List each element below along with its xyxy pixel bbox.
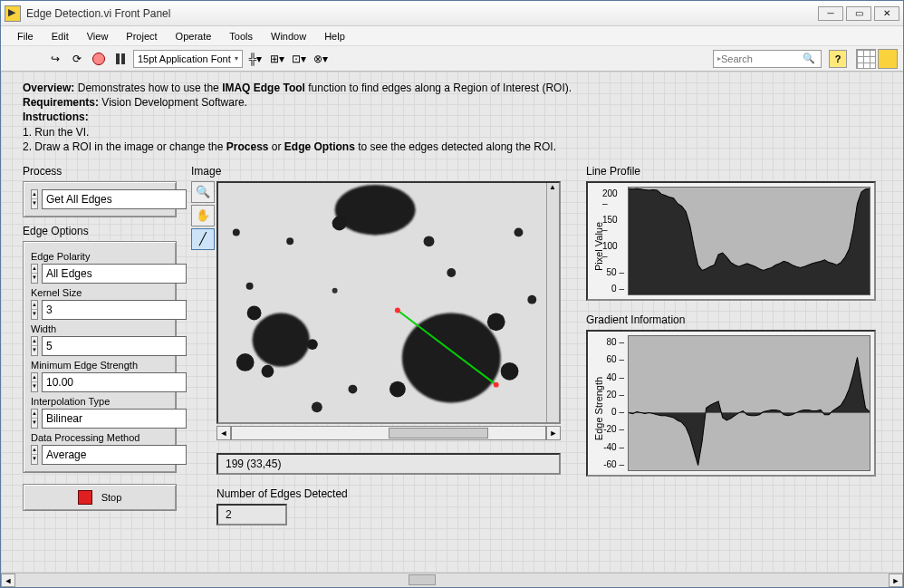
maximize-button[interactable]: ▭ [846,6,871,21]
menu-window[interactable]: Window [262,29,315,43]
interp-input[interactable] [42,409,187,429]
stop-label: Stop [101,492,122,503]
hscroll-left-button[interactable]: ◄ [216,426,231,440]
app-window: Edge Detection.vi Front Panel ─ ▭ ✕ File… [0,0,904,588]
svg-point-25 [494,382,499,388]
reorder-button[interactable]: ⊗▾ [312,50,330,68]
svg-point-6 [501,362,519,381]
resize-button[interactable]: ⊡▾ [290,50,308,68]
search-icon[interactable]: 🔍 [803,53,815,64]
svg-point-17 [515,227,524,236]
menu-project[interactable]: Project [117,29,166,43]
process-spinner[interactable]: ▲▼ [31,189,38,209]
window-title: Edge Detection.vi Front Panel [26,7,818,20]
gradient-plot[interactable] [628,335,870,471]
vi-icon[interactable] [878,49,898,69]
ned-label: Number of Edges Detected [216,487,561,500]
svg-point-4 [402,313,501,402]
kernel-size-spinner[interactable]: ▲▼ [31,300,38,320]
line-profile-label: Line Profile [586,165,876,178]
menu-operate[interactable]: Operate [167,29,221,43]
pause-button[interactable] [111,50,130,68]
image-vscrollbar[interactable] [546,183,559,422]
menu-file[interactable]: File [8,29,43,43]
pan-tool-button[interactable]: ✋ [191,205,215,227]
svg-point-16 [447,268,456,277]
record-button[interactable] [90,50,108,68]
width-input[interactable] [42,336,187,356]
line-profile-ylabel: Pixel Value [593,192,604,301]
image-label: Image [191,165,572,178]
min-edge-label: Minimum Edge Strength [31,360,168,371]
connector-pane-icon[interactable] [856,49,876,69]
toolbar: ↪ ⟳ 15pt Application Font ╬▾ ⊞▾ ⊡▾ ⊗▾ ▸ … [1,46,903,72]
gradient-label: Gradient Information [586,313,876,326]
svg-point-18 [348,385,357,394]
svg-point-22 [332,288,338,294]
edge-polarity-input[interactable] [42,264,187,284]
line-profile-plot[interactable] [628,187,870,295]
interp-spinner[interactable]: ▲▼ [31,409,38,429]
svg-point-14 [286,237,293,245]
font-selector[interactable]: 15pt Application Font [133,50,243,68]
svg-point-9 [247,305,262,320]
run-button[interactable]: ↪ [46,50,64,68]
hscroll-right-button[interactable]: ► [546,426,561,440]
close-button[interactable]: ✕ [874,6,899,21]
process-panel: ▲▼ [23,181,177,217]
svg-point-11 [261,365,274,378]
zoom-tool-button[interactable]: 🔍 [191,181,215,203]
min-edge-spinner[interactable]: ▲▼ [31,372,38,392]
process-input[interactable] [42,189,187,209]
gradient-yaxis: 80 –60 –40 –20 –0 –-20 –-40 –-60 – [602,335,628,471]
stop-icon [78,490,92,505]
menu-view[interactable]: View [78,29,118,43]
menubar: File Edit View Project Operate Tools Win… [1,26,903,46]
image-status: 199 (33,45) [216,453,561,475]
stop-button[interactable]: Stop [23,484,177,511]
process-label: Process [23,165,177,178]
distribute-button[interactable]: ⊞▾ [268,50,286,68]
edge-polarity-spinner[interactable]: ▲▼ [31,264,38,284]
image-toolbar: 🔍 ✋ ╱ [191,181,216,525]
edge-options-panel: Edge Polarity ▲▼ Kernel Size ▲▼ Width ▲ [23,241,177,473]
gradient-ylabel: Edge Strength [593,354,604,463]
search-box[interactable]: ▸ 🔍 [713,50,822,68]
svg-point-24 [395,307,400,313]
min-edge-input[interactable] [42,372,187,392]
kernel-size-input[interactable] [42,300,187,320]
image-display[interactable] [216,181,561,424]
width-spinner[interactable]: ▲▼ [31,336,38,356]
titlebar: Edge Detection.vi Front Panel ─ ▭ ✕ [1,1,903,26]
kernel-size-label: Kernel Size [31,287,168,298]
help-button[interactable]: ? [829,50,847,68]
dpm-input[interactable] [42,445,187,465]
svg-point-21 [233,228,240,236]
menu-tools[interactable]: Tools [220,29,262,43]
svg-point-12 [307,339,318,350]
line-profile-yaxis: 200 –150 –100 –50 –0 – [602,187,628,295]
line-tool-button[interactable]: ╱ [191,228,215,250]
search-input[interactable] [721,53,803,64]
gradient-chart: Edge Strength 80 –60 –40 –20 –0 –-20 –-4… [586,330,876,477]
svg-point-13 [246,283,254,290]
width-label: Width [31,323,168,334]
svg-point-8 [253,313,310,366]
dpm-spinner[interactable]: ▲▼ [31,445,38,465]
svg-point-3 [332,217,347,231]
font-label: 15pt Application Font [138,53,231,64]
minimize-button[interactable]: ─ [818,6,843,21]
overview-text: Overview: Demonstrates how to use the IM… [23,81,881,154]
menu-edit[interactable]: Edit [43,29,78,43]
canvas-hscrollbar[interactable]: ◄► [1,573,903,587]
run-cont-button[interactable]: ⟳ [68,50,86,68]
svg-point-7 [389,381,406,398]
labview-icon [5,5,21,22]
front-panel-canvas[interactable]: Overview: Demonstrates how to use the IM… [1,72,903,573]
image-hscrollbar[interactable]: ◄ ► [216,426,561,440]
svg-point-10 [236,353,255,371]
menu-help[interactable]: Help [315,29,354,43]
interp-label: Interpolation Type [31,396,168,407]
ned-value: 2 [216,504,287,525]
align-button[interactable]: ╬▾ [246,50,264,68]
